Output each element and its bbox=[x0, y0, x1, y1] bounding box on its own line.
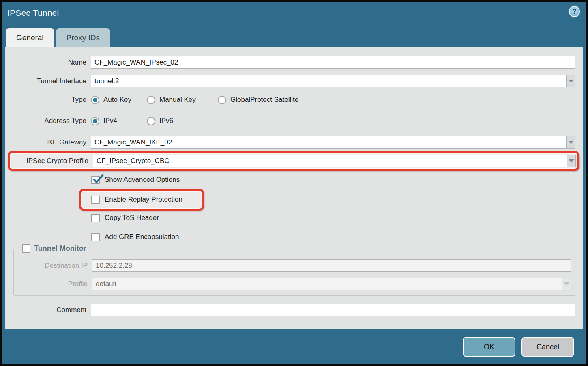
replay-protection-highlight: Enable Replay Protection bbox=[79, 189, 204, 211]
tunnel-interface-input[interactable] bbox=[91, 75, 566, 87]
cancel-button[interactable]: Cancel bbox=[521, 337, 574, 357]
chevron-down-icon bbox=[569, 159, 574, 163]
chevron-down-icon bbox=[564, 282, 569, 286]
comment-row: Comment bbox=[5, 304, 583, 316]
tab-general[interactable]: General bbox=[6, 28, 54, 47]
ipsec-crypto-profile-input[interactable] bbox=[93, 155, 567, 167]
tunnel-interface-combo bbox=[91, 75, 575, 87]
add-gre-encapsulation-row[interactable]: Add GRE Encapsulation bbox=[5, 232, 583, 242]
ike-gateway-label: IKE Gateway bbox=[9, 138, 86, 146]
destination-ip-label: Destination IP bbox=[18, 262, 88, 270]
ipsec-crypto-profile-label: IPSec Crypto Profile bbox=[11, 157, 88, 165]
ipsec-crypto-profile-row: IPSec Crypto Profile bbox=[10, 155, 577, 167]
copy-tos-header-row[interactable]: Copy ToS Header bbox=[5, 213, 583, 223]
destination-ip-row: Destination IP bbox=[14, 259, 575, 272]
name-label: Name bbox=[9, 58, 86, 67]
ipsec-crypto-profile-combo bbox=[93, 155, 576, 167]
ipsec-crypto-profile-dropdown-trigger[interactable] bbox=[567, 155, 576, 167]
profile-row: Profile bbox=[14, 278, 575, 290]
radio-manual-key[interactable]: Manual Key bbox=[147, 96, 218, 104]
tunnel-interface-dropdown-trigger[interactable] bbox=[566, 75, 575, 87]
name-row: Name bbox=[5, 56, 583, 69]
type-row: Type Auto Key Manual Key GlobalProtect S… bbox=[5, 94, 583, 105]
show-advanced-options-row[interactable]: Show Advanced Options bbox=[5, 174, 583, 185]
tab-proxy-ids[interactable]: Proxy IDs bbox=[56, 28, 110, 47]
profile-label: Profile bbox=[18, 280, 88, 288]
tunnel-monitor-fieldset: Tunnel Monitor Destination IP Profile bbox=[13, 249, 575, 296]
help-icon[interactable]: ? bbox=[569, 6, 580, 17]
ike-gateway-dropdown-trigger[interactable] bbox=[566, 136, 575, 149]
tunnel-interface-label: Tunnel Interface bbox=[9, 77, 86, 85]
crypto-profile-highlight: IPSec Crypto Profile bbox=[8, 151, 579, 171]
radio-button-icon bbox=[218, 96, 226, 104]
chevron-down-icon bbox=[568, 141, 574, 144]
comment-label: Comment bbox=[9, 306, 86, 314]
show-advanced-options-label: Show Advanced Options bbox=[105, 176, 180, 184]
checkbox-unchecked-icon bbox=[91, 196, 100, 204]
dialog-footer: OK Cancel bbox=[2, 329, 586, 364]
dialog-title: IPSec Tunnel bbox=[7, 8, 59, 18]
radio-button-icon bbox=[147, 117, 155, 125]
tab-bar: General Proxy IDs bbox=[6, 28, 110, 47]
radio-ipv4[interactable]: IPv4 bbox=[91, 117, 147, 125]
ike-gateway-input[interactable] bbox=[91, 136, 566, 149]
dialog-title-bar: IPSec Tunnel ? bbox=[2, 2, 586, 27]
radio-globalprotect-satellite[interactable]: GlobalProtect Satellite bbox=[218, 96, 298, 104]
radio-ipv6[interactable]: IPv6 bbox=[147, 117, 173, 125]
add-gre-encapsulation-label: Add GRE Encapsulation bbox=[105, 233, 179, 241]
enable-replay-protection-label: Enable Replay Protection bbox=[105, 196, 182, 204]
radio-button-icon bbox=[91, 96, 99, 104]
general-tab-panel: Name Tunnel Interface Type Auto Key Manu… bbox=[5, 47, 583, 329]
radio-button-icon bbox=[91, 117, 99, 125]
tunnel-interface-row: Tunnel Interface bbox=[5, 75, 583, 87]
checkbox-unchecked-icon bbox=[22, 244, 30, 253]
ok-button[interactable]: OK bbox=[463, 337, 515, 357]
checkbox-unchecked-icon bbox=[91, 233, 100, 241]
ike-gateway-combo bbox=[91, 136, 575, 149]
profile-combo bbox=[92, 278, 571, 290]
chevron-down-icon bbox=[568, 80, 574, 83]
ipsec-tunnel-dialog: IPSec Tunnel ? General Proxy IDs Name Tu… bbox=[0, 0, 588, 366]
enable-replay-protection-row[interactable]: Enable Replay Protection bbox=[91, 194, 202, 205]
profile-dropdown-trigger bbox=[562, 278, 571, 290]
name-input[interactable] bbox=[91, 56, 575, 69]
address-type-row: Address Type IPv4 IPv6 bbox=[5, 115, 583, 127]
tunnel-monitor-legend[interactable]: Tunnel Monitor bbox=[19, 244, 90, 253]
destination-ip-input bbox=[92, 259, 571, 272]
address-type-label: Address Type bbox=[9, 117, 86, 125]
radio-button-icon bbox=[147, 96, 155, 104]
checkbox-unchecked-icon bbox=[91, 214, 100, 222]
ike-gateway-row: IKE Gateway bbox=[5, 136, 583, 149]
checkbox-checked-icon bbox=[91, 176, 100, 184]
copy-tos-header-label: Copy ToS Header bbox=[105, 214, 159, 222]
comment-input[interactable] bbox=[91, 304, 575, 316]
tunnel-monitor-label: Tunnel Monitor bbox=[34, 244, 86, 253]
radio-auto-key[interactable]: Auto Key bbox=[91, 96, 147, 104]
profile-input bbox=[92, 278, 562, 290]
type-label: Type bbox=[9, 96, 86, 104]
